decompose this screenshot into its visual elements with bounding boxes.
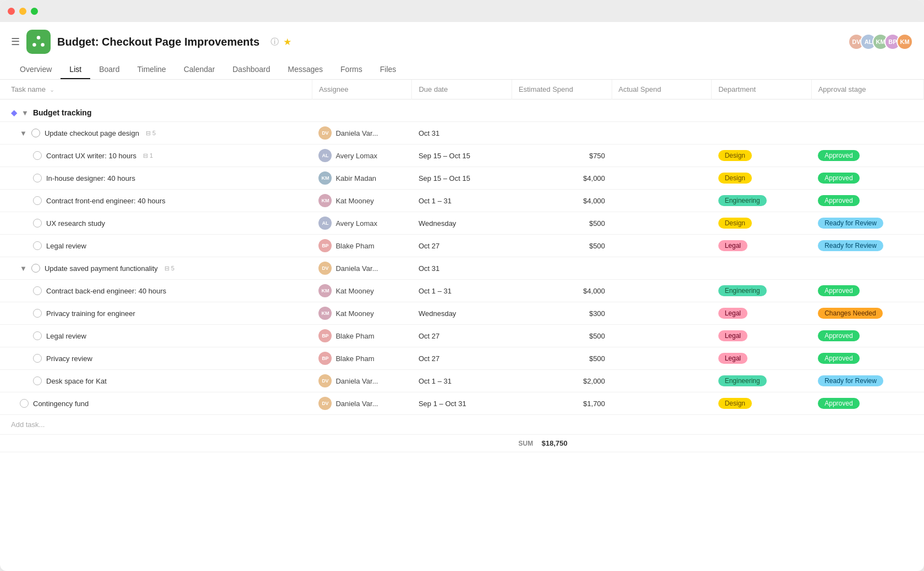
info-icon[interactable]: ⓘ: [271, 37, 279, 47]
minimize-button[interactable]: [19, 8, 26, 15]
task-name-cell: Desk space for Kat: [0, 370, 312, 392]
status-badge: Legal: [718, 330, 747, 341]
assignee-cell: BP Blake Pham: [318, 239, 405, 252]
chevron-down-icon: ▼: [20, 264, 27, 273]
task-checkbox[interactable]: [33, 309, 42, 318]
status-badge: Approved: [818, 285, 859, 296]
close-button[interactable]: [8, 8, 15, 15]
due-date-cell: Oct 1 – 31: [412, 280, 512, 302]
actual-spend-cell: [612, 122, 712, 145]
assignee-name: Avery Lomax: [336, 152, 377, 160]
task-name: Privacy training for engineer: [46, 309, 135, 318]
task-checkbox[interactable]: [33, 196, 42, 205]
col-estimated-spend[interactable]: Estimated Spend: [512, 80, 612, 99]
task-checkbox[interactable]: [33, 151, 42, 160]
star-icon[interactable]: ★: [283, 36, 292, 48]
actual-spend-cell: [612, 145, 712, 167]
task-name: Legal review: [46, 332, 86, 340]
col-assignee[interactable]: Assignee: [312, 80, 412, 99]
assignee-cell: BP Blake Pham: [312, 235, 412, 257]
status-badge: Design: [718, 173, 752, 184]
table-row: ▼ Update saved payment functionality ⊟ 5…: [0, 257, 924, 280]
approval-cell: Ready for Review: [811, 212, 923, 235]
status-badge: Approved: [818, 398, 859, 409]
col-department[interactable]: Department: [712, 80, 812, 99]
department-cell: [712, 122, 812, 145]
task-checkbox[interactable]: [20, 399, 29, 408]
status-badge: Engineering: [718, 195, 767, 206]
task-checkbox[interactable]: [33, 286, 42, 295]
status-badge: Design: [718, 218, 752, 229]
due-date-cell: Wednesday: [412, 302, 512, 325]
table-row: Legal review BP Blake Pham Oct 27 $500 L…: [0, 235, 924, 257]
section-toggle[interactable]: ◆ ▼ Budget tracking: [11, 108, 91, 117]
approval-cell: [811, 122, 923, 145]
assignee-name: Daniela Var...: [336, 129, 378, 137]
status-badge: Design: [718, 398, 752, 409]
tab-files[interactable]: Files: [371, 60, 405, 79]
col-task-name[interactable]: Task name ⌄: [0, 80, 312, 99]
assignee-avatar: KM: [318, 171, 332, 185]
department-cell: Legal: [712, 302, 812, 325]
task-checkbox[interactable]: [33, 376, 42, 385]
assignee-cell: AL Avery Lomax: [318, 149, 405, 162]
approval-cell: [811, 257, 923, 280]
due-date-cell: Oct 27: [412, 325, 512, 347]
add-task-button[interactable]: Add task...: [0, 415, 924, 435]
approval-cell: Approved: [811, 145, 923, 167]
tab-messages[interactable]: Messages: [279, 60, 332, 79]
assignee-cell: BP Blake Pham: [318, 352, 405, 365]
task-checkbox[interactable]: [33, 331, 42, 340]
status-badge: Legal: [718, 308, 747, 319]
assignee-avatar: KM: [318, 307, 332, 320]
task-checkbox[interactable]: [33, 174, 42, 182]
task-name-cell: ▼ Update saved payment functionality ⊟ 5: [0, 257, 312, 280]
task-name: UX research study: [46, 219, 105, 228]
approval-cell: Ready for Review: [811, 370, 923, 392]
assignee-cell: KM Kat Mooney: [312, 190, 412, 212]
tab-list[interactable]: List: [61, 60, 90, 79]
department-cell: Design: [712, 145, 812, 167]
department-cell: Legal: [712, 235, 812, 257]
task-checkbox[interactable]: [31, 264, 40, 273]
col-actual-spend[interactable]: Actual Spend: [612, 80, 712, 99]
tab-calendar[interactable]: Calendar: [175, 60, 224, 79]
subtask-icon: ⊟ 1: [143, 152, 153, 159]
menu-icon[interactable]: ☰: [11, 36, 20, 48]
assignee-name: Daniela Var...: [336, 264, 378, 273]
department-cell: Legal: [712, 347, 812, 370]
assignee-cell: BP Blake Pham: [312, 347, 412, 370]
tab-dashboard[interactable]: Dashboard: [224, 60, 279, 79]
task-name-cell: In-house designer: 40 hours: [0, 167, 312, 190]
col-approval-stage[interactable]: Approval stage: [811, 80, 923, 99]
tab-overview[interactable]: Overview: [11, 60, 61, 79]
due-date-cell: Oct 31: [412, 257, 512, 280]
task-checkbox[interactable]: [33, 354, 42, 363]
task-table: Task name ⌄ Assignee Due date Estimated …: [0, 80, 924, 452]
approval-cell: Approved: [811, 325, 923, 347]
task-name-cell: ▼ Update checkout page design ⊟ 5: [0, 122, 312, 145]
estimated-spend-cell: $4,000: [512, 190, 612, 212]
estimated-spend-cell: $500: [512, 212, 612, 235]
titlebar: [0, 0, 924, 22]
actual-spend-cell: [612, 302, 712, 325]
tab-timeline[interactable]: Timeline: [129, 60, 175, 79]
sum-label-cell: SUM $18,750: [512, 435, 612, 452]
col-due-date[interactable]: Due date: [412, 80, 512, 99]
app-window: ☰ Budget: Checkout Page Improvements ⓘ ★…: [0, 0, 924, 571]
task-name: Desk space for Kat: [46, 377, 107, 385]
sum-actual: [612, 435, 712, 452]
status-badge: Design: [718, 150, 752, 161]
task-checkbox[interactable]: [33, 219, 42, 228]
sum-row: SUM $18,750: [0, 435, 924, 452]
task-checkbox[interactable]: [31, 129, 40, 137]
tab-forms[interactable]: Forms: [332, 60, 371, 79]
assignee-cell: DV Daniela Var...: [318, 262, 405, 275]
task-checkbox[interactable]: [33, 241, 42, 250]
approval-cell: Ready for Review: [811, 235, 923, 257]
assignee-cell: KM Kat Mooney: [318, 307, 405, 320]
task-name-cell: Contingency fund: [0, 392, 312, 415]
maximize-button[interactable]: [31, 8, 38, 15]
assignee-cell: DV Daniela Var...: [312, 370, 412, 392]
tab-board[interactable]: Board: [90, 60, 128, 79]
